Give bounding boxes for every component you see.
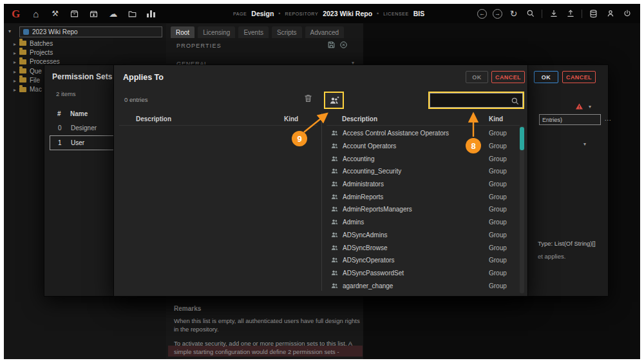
chart-icon[interactable] (146, 10, 155, 17)
group-name: Admins (343, 219, 364, 226)
expand-caret-icon[interactable] (14, 40, 16, 47)
group-list-item[interactable]: AdminReports Group (330, 190, 521, 203)
refresh-icon[interactable] (508, 8, 519, 19)
forward-icon[interactable] (493, 9, 502, 19)
tree-item[interactable]: Projects (4, 48, 166, 57)
licensee-value: BIS (413, 10, 425, 17)
group-list-item[interactable]: ADSyncPasswordSet Group (330, 267, 521, 280)
separator-dot: • (377, 10, 379, 17)
user-icon[interactable] (605, 8, 616, 19)
permission-sets-cancel-button[interactable]: CANCEL (562, 71, 596, 83)
tree-item-label: Batches (30, 40, 53, 47)
expand-caret-icon[interactable] (14, 77, 16, 84)
group-kind: Group (489, 231, 507, 239)
column-header-number: # (57, 110, 61, 117)
trash-icon[interactable] (303, 93, 313, 103)
remarks-title: Remarks (174, 305, 363, 312)
permission-sets-ok-button[interactable]: OK (534, 71, 558, 83)
applies-to-dialog: Applies To OK CANCEL 0 entries Descripti… (113, 64, 528, 297)
tab-label: Advanced (310, 29, 339, 36)
topbar: G PAGE Design • REPOSITORY 2023 Wiki Rep… (4, 4, 640, 23)
group-icon (330, 180, 339, 188)
search-input[interactable] (433, 97, 507, 104)
tree-item[interactable]: Batches (4, 39, 166, 48)
group-list-item[interactable]: Access Control Assistance Operators Grou… (330, 127, 521, 140)
tree-item-label: File (30, 77, 40, 84)
group-icon (330, 167, 339, 175)
group-icon (330, 142, 339, 150)
right-column-kind: Kind (489, 115, 503, 123)
archive-box-icon[interactable] (69, 8, 80, 19)
root-expand-caret-icon[interactable] (8, 28, 11, 34)
repository-value: 2023 Wiki Repo (323, 10, 372, 17)
tab[interactable]: Root (171, 26, 194, 38)
group-icon (330, 218, 339, 226)
back-icon[interactable] (477, 9, 487, 19)
shared-folder-icon[interactable] (127, 8, 138, 19)
home-icon[interactable] (30, 8, 41, 19)
group-name: Accounting (343, 155, 374, 162)
entries-count: 0 entries (124, 96, 147, 103)
tree-root-label: 2023 Wiki Repo (32, 28, 78, 35)
folder-icon (19, 87, 26, 92)
add-users-button[interactable] (324, 92, 344, 109)
tab[interactable]: Licensing (198, 26, 235, 38)
database-icon[interactable] (588, 8, 599, 19)
licensee-label: LICENSEE (383, 12, 408, 16)
export-box-icon[interactable] (88, 8, 99, 19)
expand-caret-icon[interactable] (14, 58, 16, 65)
tab[interactable]: Scripts (272, 26, 302, 38)
group-list-item[interactable]: ADSyncBrowse Group (330, 241, 521, 254)
browse-ellipsis-button[interactable]: ... (605, 115, 612, 122)
group-kind: Group (489, 282, 507, 289)
upload-icon[interactable] (565, 8, 576, 19)
search-icon[interactable] (525, 8, 536, 19)
group-list-item[interactable]: Account Operators Group (330, 140, 521, 153)
group-list-item[interactable]: AdminReportsManagers Group (330, 203, 521, 216)
applies-to-ok-button[interactable]: OK (466, 71, 488, 83)
applies-to-cancel-button[interactable]: CANCEL (491, 71, 525, 83)
tab-label: Scripts (277, 29, 297, 36)
folder-icon (19, 41, 26, 46)
separator-dot: • (278, 10, 280, 17)
group-icon (330, 282, 339, 290)
group-list-item[interactable]: ADSyncAdmins Group (330, 229, 521, 242)
tab[interactable]: Advanced (305, 26, 344, 38)
properties-panel-title: PROPERTIES (176, 43, 222, 49)
divider (119, 125, 317, 126)
group-list: Access Control Assistance Operators Grou… (330, 127, 521, 292)
save-icon[interactable] (327, 41, 336, 49)
group-list-item[interactable]: Accounting_Security Group (330, 165, 521, 178)
tab[interactable]: Events (238, 26, 269, 38)
entries-property-field[interactable]: Entries) (539, 114, 601, 125)
group-name: Access Control Assistance Operators (343, 130, 449, 137)
scrollbar[interactable] (520, 126, 524, 293)
chevron-down-icon[interactable] (589, 104, 591, 110)
scrollbar-thumb[interactable] (520, 127, 524, 150)
cloud-icon[interactable] (108, 8, 118, 19)
expand-caret-icon[interactable] (14, 86, 16, 93)
divider (542, 10, 542, 18)
group-list-item[interactable]: ADSyncOperators Group (330, 254, 521, 267)
group-list-item[interactable]: Admins Group (330, 216, 521, 229)
group-icon (330, 129, 339, 137)
close-circle-icon[interactable] (339, 41, 348, 49)
download-icon[interactable] (548, 8, 559, 19)
tools-icon[interactable] (50, 8, 61, 19)
tree-root-node[interactable]: 2023 Wiki Repo (19, 26, 162, 37)
search-icon[interactable] (511, 97, 520, 106)
group-list-item[interactable]: Administrators Group (330, 178, 521, 191)
group-kind: Group (489, 181, 507, 188)
group-icon (330, 256, 339, 264)
group-list-item[interactable]: Accounting Group (330, 152, 521, 165)
chevron-down-icon[interactable] (583, 141, 586, 147)
screenshot-root: G PAGE Design • REPOSITORY 2023 Wiki Rep… (0, 0, 644, 363)
power-icon[interactable] (621, 8, 632, 19)
repository-label: REPOSITORY (285, 12, 319, 16)
folder-icon (19, 59, 26, 64)
search-field (428, 92, 524, 109)
expand-caret-icon[interactable] (14, 49, 16, 56)
app-logo[interactable]: G (12, 8, 20, 19)
expand-caret-icon[interactable] (14, 68, 16, 75)
group-list-item[interactable]: agardner_change Group (330, 279, 521, 292)
